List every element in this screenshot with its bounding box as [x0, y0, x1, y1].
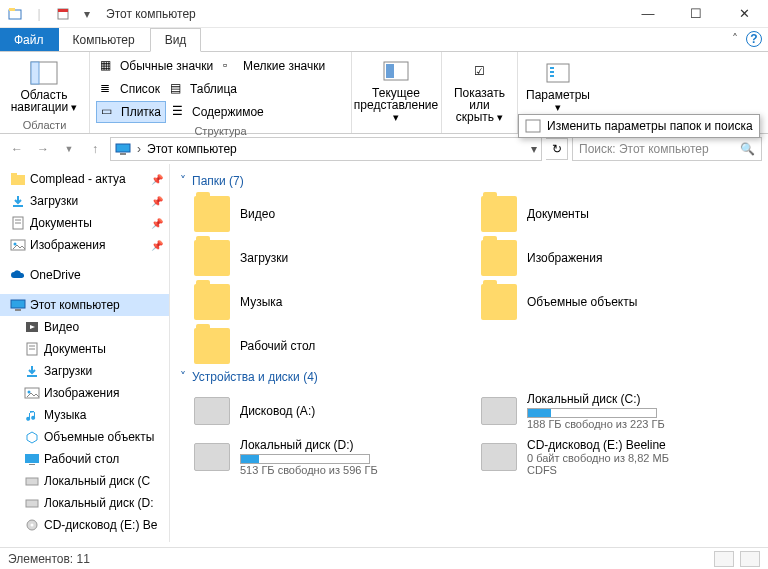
- nav-item[interactable]: Рабочий стол: [0, 448, 169, 470]
- nav-item[interactable]: Видео: [0, 316, 169, 338]
- chevron-right-icon[interactable]: ›: [137, 142, 141, 156]
- layout-content[interactable]: ☰Содержимое: [168, 101, 268, 123]
- window-title: Этот компьютер: [106, 7, 196, 21]
- drive-icon: [481, 397, 517, 425]
- ribbon: Область навигации ▾ Области ▦Обычные зна…: [0, 52, 768, 134]
- sort-icon: [380, 57, 412, 85]
- svg-rect-0: [9, 10, 21, 19]
- folder-icon: [10, 171, 26, 187]
- drives-header[interactable]: ˅Устройства и диски (4): [180, 370, 758, 384]
- layout-details[interactable]: ▤Таблица: [166, 78, 241, 100]
- disk-icon: [24, 473, 40, 489]
- tile-icon: ▭: [101, 104, 117, 120]
- close-button[interactable]: ✕: [724, 2, 764, 26]
- svg-rect-15: [11, 175, 25, 185]
- svg-rect-23: [11, 300, 25, 308]
- properties-icon[interactable]: [52, 3, 74, 25]
- folder-tile[interactable]: Загрузки: [194, 240, 471, 276]
- folder-tile[interactable]: Объемные объекты: [481, 284, 758, 320]
- refresh-button[interactable]: ↻: [546, 138, 568, 160]
- folder-tile[interactable]: Документы: [481, 196, 758, 232]
- layout-medium-icons[interactable]: ▦Обычные значки: [96, 55, 217, 77]
- options-dropdown-label: Изменить параметры папок и поиска: [547, 119, 753, 133]
- folder-tile[interactable]: Видео: [194, 196, 471, 232]
- svg-rect-32: [25, 454, 39, 463]
- nav-item[interactable]: Документы📌: [0, 212, 169, 234]
- nav-item[interactable]: Документы: [0, 338, 169, 360]
- current-view-button[interactable]: Текущее представление ▾: [358, 55, 434, 125]
- nav-item[interactable]: Объемные объекты: [0, 426, 169, 448]
- back-button[interactable]: ←: [6, 138, 28, 160]
- help-icon[interactable]: ?: [746, 31, 762, 47]
- tiles-view-button[interactable]: [740, 551, 760, 567]
- details-view-button[interactable]: [714, 551, 734, 567]
- grid-icon: ▦: [100, 58, 116, 74]
- status-bar: Элементов: 11: [0, 547, 768, 569]
- layout-list[interactable]: ≣Список: [96, 78, 164, 100]
- nav-item[interactable]: Загрузки: [0, 360, 169, 382]
- group-layout-label: Структура: [96, 125, 345, 137]
- pictures-icon: [24, 385, 40, 401]
- downloads-icon: [10, 193, 26, 209]
- nav-item[interactable]: Изображения📌: [0, 234, 169, 256]
- pin-icon: 📌: [151, 218, 163, 229]
- ribbon-expand-icon[interactable]: ˄: [732, 32, 738, 46]
- minimize-button[interactable]: —: [628, 2, 668, 26]
- nav-item[interactable]: Изображения: [0, 382, 169, 404]
- folder-tile[interactable]: Музыка: [194, 284, 471, 320]
- nav-item[interactable]: Complead - актуа📌: [0, 168, 169, 190]
- forward-button[interactable]: →: [32, 138, 54, 160]
- nav-item[interactable]: Загрузки📌: [0, 190, 169, 212]
- svg-rect-35: [26, 500, 38, 507]
- documents-icon: [24, 341, 40, 357]
- nav-item[interactable]: CD-дисковод (E:) Be: [0, 514, 169, 536]
- nav-pane-button[interactable]: Область навигации ▾: [6, 55, 82, 117]
- nav-item[interactable]: OneDrive: [0, 264, 169, 286]
- nav-item[interactable]: Локальный диск (D:: [0, 492, 169, 514]
- tab-view[interactable]: Вид: [150, 28, 202, 52]
- nav-item[interactable]: Локальный диск (C: [0, 470, 169, 492]
- svg-rect-33: [29, 464, 35, 465]
- svg-rect-24: [15, 309, 21, 311]
- recent-dropdown[interactable]: ▼: [58, 138, 80, 160]
- title-bar: | ▾ Этот компьютер — ☐ ✕: [0, 0, 768, 28]
- folder-icon: [481, 196, 517, 232]
- drive-tile[interactable]: Локальный диск (C:)188 ГБ свободно из 22…: [481, 392, 758, 430]
- nav-item[interactable]: Музыка: [0, 404, 169, 426]
- app-icon[interactable]: [4, 3, 26, 25]
- layout-tiles[interactable]: ▭Плитка: [96, 101, 166, 123]
- svg-rect-34: [26, 478, 38, 485]
- svg-rect-5: [31, 62, 39, 84]
- nav-item[interactable]: Этот компьютер: [0, 294, 169, 316]
- show-hide-button[interactable]: ☑Показать или скрыть ▾: [448, 55, 511, 125]
- nav-pane: Complead - актуа📌Загрузки📌Документы📌Изоб…: [0, 164, 170, 542]
- options-dropdown[interactable]: Изменить параметры папок и поиска: [518, 114, 760, 138]
- breadcrumb[interactable]: › Этот компьютер ▾: [110, 137, 542, 161]
- folder-tile[interactable]: Рабочий стол: [194, 328, 471, 364]
- onedrive-icon: [10, 267, 26, 283]
- maximize-button[interactable]: ☐: [676, 2, 716, 26]
- search-box[interactable]: Поиск: Этот компьютер 🔍: [572, 137, 762, 161]
- folders-header[interactable]: ˅Папки (7): [180, 174, 758, 188]
- usage-bar: [527, 408, 657, 418]
- pc-icon: [115, 142, 131, 156]
- svg-rect-12: [526, 120, 540, 132]
- checkbox-icon: ☑: [464, 57, 496, 85]
- qat-dropdown-icon[interactable]: ▾: [76, 3, 98, 25]
- drive-tile[interactable]: Дисковод (A:): [194, 392, 471, 430]
- tab-file[interactable]: Файл: [0, 28, 59, 51]
- drive-tile[interactable]: CD-дисковод (E:) Beeline0 байт свободно …: [481, 438, 758, 476]
- folder-icon: [481, 240, 517, 276]
- tab-computer[interactable]: Компьютер: [59, 28, 150, 51]
- breadcrumb-dropdown-icon[interactable]: ▾: [531, 142, 537, 156]
- drive-tile[interactable]: Локальный диск (D:)513 ГБ свободно из 59…: [194, 438, 471, 476]
- folder-tile[interactable]: Изображения: [481, 240, 758, 276]
- up-button[interactable]: ↑: [84, 138, 106, 160]
- grid-small-icon: ▫: [223, 58, 239, 74]
- options-button[interactable]: Параметры▾: [524, 55, 592, 117]
- options-dropdown-icon: [525, 119, 541, 133]
- quick-access-toolbar: | ▾: [4, 3, 98, 25]
- layout-small-icons[interactable]: ▫Мелкие значки: [219, 55, 329, 77]
- nav-pane-label: Область навигации: [11, 88, 68, 114]
- breadcrumb-current[interactable]: Этот компьютер: [147, 142, 237, 156]
